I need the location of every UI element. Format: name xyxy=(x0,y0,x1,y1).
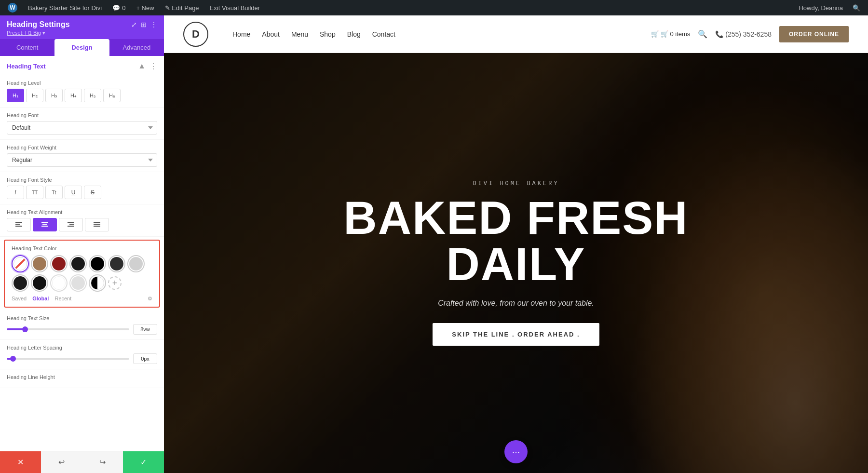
wp-logo-btn[interactable]: W xyxy=(4,0,21,15)
heading-level-row: H₁ H₂ H₃ H₄ H₅ H₆ xyxy=(7,89,157,102)
color-grid: + xyxy=(12,255,152,292)
heading-text-size-slider-row xyxy=(7,324,157,335)
heading-letter-spacing-label: Heading Letter Spacing xyxy=(7,345,157,351)
hero-description: Crafted with love, from our oven to your… xyxy=(343,299,688,308)
section-icons: ▲ ⋮ xyxy=(138,62,157,71)
heading-h1-btn[interactable]: H₁ xyxy=(7,89,24,102)
capitalize-btn[interactable]: Tt xyxy=(45,186,63,199)
heading-h6-btn[interactable]: H₆ xyxy=(103,89,121,102)
color-darkred-swatch[interactable] xyxy=(50,255,68,272)
section-more-icon[interactable]: ⋮ xyxy=(149,62,157,71)
user-label: Howdy, Deanna xyxy=(799,4,843,12)
strikethrough-btn[interactable]: S xyxy=(84,186,101,199)
float-menu-btn[interactable]: ··· xyxy=(504,440,528,463)
save-btn[interactable]: ✓ xyxy=(123,451,164,473)
new-label: + New xyxy=(136,4,154,12)
align-right-btn[interactable] xyxy=(59,218,83,231)
heading-h4-btn[interactable]: H₄ xyxy=(65,89,82,102)
redo-btn[interactable]: ↪ xyxy=(82,451,123,473)
color-add-btn[interactable]: + xyxy=(108,276,122,290)
float-menu-icon: ··· xyxy=(512,446,520,458)
nav-blog[interactable]: Blog xyxy=(347,30,361,38)
tab-advanced[interactable]: Advanced xyxy=(109,39,164,56)
color-tab-global[interactable]: Global xyxy=(32,296,49,302)
heading-text-size-thumb[interactable] xyxy=(22,326,28,332)
phone-number: 📞 (255) 352-6258 xyxy=(715,30,772,38)
heading-font-style-group: Heading Font Style I TT Tt U S xyxy=(0,172,164,204)
tab-content[interactable]: Content xyxy=(0,39,54,56)
hero-cta-btn[interactable]: SKIP THE LINE . ORDER AHEAD . xyxy=(433,323,599,346)
italic-btn[interactable]: I xyxy=(7,186,24,199)
color-tab-recent[interactable]: Recent xyxy=(54,296,71,302)
nav-shop[interactable]: Shop xyxy=(320,30,336,38)
svg-rect-5 xyxy=(42,224,47,225)
cancel-btn[interactable]: ✕ xyxy=(0,451,41,473)
color-darkgray-swatch[interactable] xyxy=(108,255,125,272)
uppercase-btn[interactable]: TT xyxy=(26,186,43,199)
svg-rect-12 xyxy=(94,222,100,223)
color-selected-swatch[interactable] xyxy=(89,274,106,292)
site-name-btn[interactable]: Bakery Starter Site for Divi xyxy=(24,0,106,15)
color-light2-swatch[interactable] xyxy=(69,274,87,292)
nav-home[interactable]: Home xyxy=(232,30,250,38)
heading-h2-btn[interactable]: H₂ xyxy=(26,89,43,102)
new-btn[interactable]: + New xyxy=(132,0,158,15)
underline-btn[interactable]: U xyxy=(65,186,82,199)
color-nearblack-swatch[interactable] xyxy=(31,274,48,292)
site-menu: Home About Menu Shop Blog Contact xyxy=(232,30,637,38)
columns-icon[interactable]: ⊞ xyxy=(141,21,147,28)
color-tab-saved[interactable]: Saved xyxy=(12,296,27,302)
color-dark2-swatch[interactable] xyxy=(12,274,29,292)
hero-content: DIVI HOME BAKERY BAKED FRESHDAILY Crafte… xyxy=(334,180,698,346)
heading-letter-spacing-thumb[interactable] xyxy=(10,356,16,362)
font-style-row: I TT Tt U S xyxy=(7,186,157,199)
tab-design[interactable]: Design xyxy=(54,39,109,56)
color-transparent-swatch[interactable] xyxy=(12,255,29,272)
heading-h3-btn[interactable]: H₃ xyxy=(45,89,63,102)
heading-letter-spacing-input[interactable] xyxy=(133,353,157,364)
expand-icon[interactable]: ⤢ xyxy=(131,21,137,28)
exit-builder-btn[interactable]: Exit Visual Builder xyxy=(206,0,264,15)
more-icon[interactable]: ⋮ xyxy=(150,21,157,28)
heading-text-alignment-label: Heading Text Alignment xyxy=(7,209,157,215)
svg-rect-6 xyxy=(41,226,48,227)
heading-line-height-group: Heading Line Height xyxy=(0,369,164,388)
cart-btn[interactable]: 🛒 🛒 0 items xyxy=(651,30,690,38)
heading-font-style-label: Heading Font Style xyxy=(7,177,157,183)
heading-text-alignment-group: Heading Text Alignment xyxy=(0,204,164,237)
color-lightgray-swatch[interactable] xyxy=(127,255,145,272)
user-menu-btn[interactable]: Howdy, Deanna xyxy=(795,4,847,12)
nav-about[interactable]: About xyxy=(262,30,280,38)
search-btn[interactable]: 🔍 xyxy=(849,4,864,12)
align-center-btn[interactable] xyxy=(33,218,57,231)
heading-h5-btn[interactable]: H₅ xyxy=(84,89,101,102)
hero-section: DIVI HOME BAKERY BAKED FRESHDAILY Crafte… xyxy=(164,53,868,473)
svg-rect-4 xyxy=(41,222,48,223)
color-darkblack-swatch[interactable] xyxy=(69,255,87,272)
comments-btn[interactable]: 💬 0 xyxy=(108,0,129,15)
nav-menu[interactable]: Menu xyxy=(291,30,308,38)
color-tan-swatch[interactable] xyxy=(31,255,48,272)
edit-page-btn[interactable]: ✎ Edit Page xyxy=(161,0,203,15)
comment-icon: 💬 xyxy=(112,4,120,12)
color-lightgray-inner xyxy=(129,257,143,270)
collapse-icon[interactable]: ▲ xyxy=(138,62,146,71)
site-search-btn[interactable]: 🔍 xyxy=(698,29,707,39)
heading-level-group: Heading Level H₁ H₂ H₃ H₄ H₅ H₆ xyxy=(0,75,164,108)
align-justify-btn[interactable] xyxy=(85,218,109,231)
hero-title: BAKED FRESHDAILY xyxy=(343,195,688,287)
section-title: Heading Text xyxy=(7,63,46,70)
heading-font-select[interactable]: Default xyxy=(7,121,157,135)
color-tabs: Saved Global Recent ⚙ xyxy=(12,296,152,302)
order-online-btn[interactable]: ORDER ONLINE xyxy=(779,26,849,42)
preview-area: D Home About Menu Shop Blog Contact 🛒 🛒 … xyxy=(164,15,868,473)
color-white-swatch[interactable] xyxy=(50,274,68,292)
undo-btn[interactable]: ↩ xyxy=(41,451,82,473)
heading-text-size-input[interactable] xyxy=(133,324,157,335)
nav-contact[interactable]: Contact xyxy=(372,30,395,38)
heading-font-weight-select[interactable]: Regular xyxy=(7,153,157,167)
align-left-btn[interactable] xyxy=(7,218,31,231)
color-black-swatch[interactable] xyxy=(89,255,106,272)
color-settings-icon[interactable]: ⚙ xyxy=(148,296,152,302)
cart-label: 🛒 0 items xyxy=(661,30,691,38)
